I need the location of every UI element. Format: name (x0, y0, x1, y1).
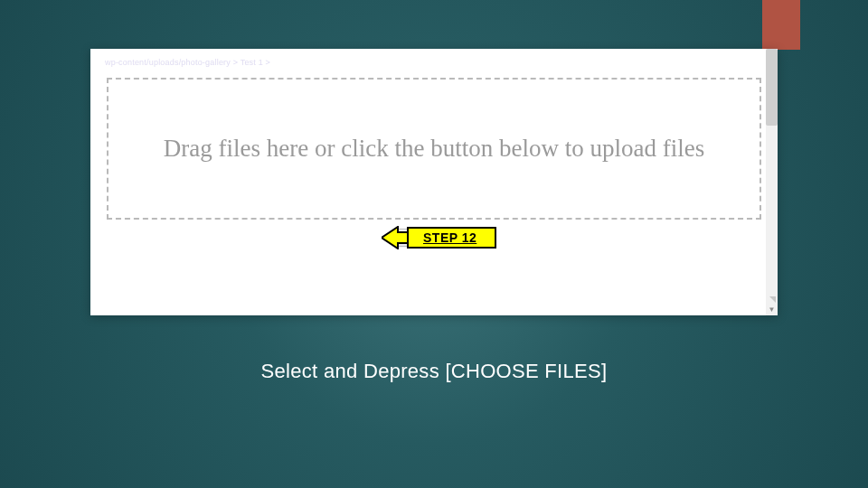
scroll-down-icon[interactable]: ▼ (766, 304, 778, 315)
scrollbar-track[interactable]: ▲ ▼ (766, 49, 778, 315)
slide-instruction: Select and Depress [CHOOSE FILES] (0, 360, 868, 383)
accent-bar (762, 0, 800, 50)
svg-marker-0 (382, 227, 409, 249)
slide: wp-content/uploads/photo-gallery > Test … (0, 0, 868, 488)
breadcrumb: wp-content/uploads/photo-gallery > Test … (105, 58, 270, 67)
arrow-left-icon (382, 226, 409, 249)
upload-panel: wp-content/uploads/photo-gallery > Test … (90, 49, 778, 315)
dropzone[interactable]: Drag files here or click the button belo… (107, 78, 761, 220)
scrollbar-thumb[interactable] (766, 49, 778, 126)
step-label: STEP 12 (407, 227, 496, 249)
dropzone-text: Drag files here or click the button belo… (146, 134, 722, 164)
step-callout: STEP 12 (382, 226, 496, 249)
resize-grip-icon (769, 296, 776, 303)
